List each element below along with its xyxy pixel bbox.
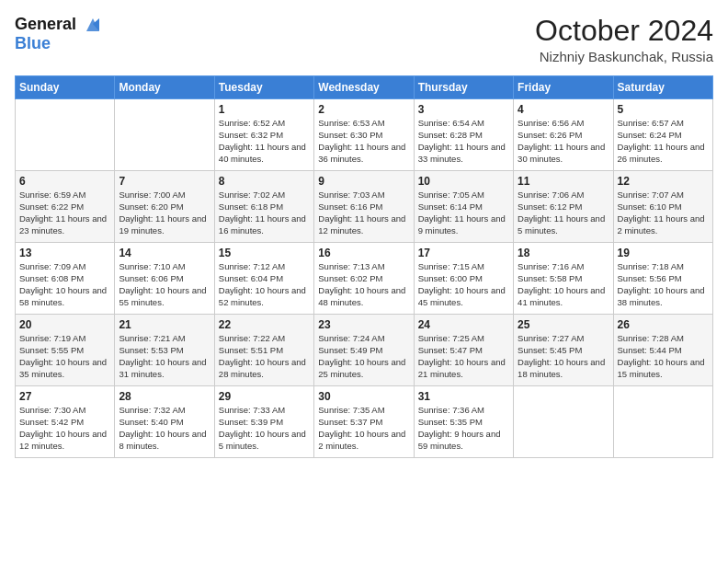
calendar-cell: 30Sunrise: 7:35 AM Sunset: 5:37 PM Dayli… [314, 386, 414, 458]
header-cell-sunday: Sunday [16, 76, 115, 99]
title-block: October 2024 Nizhniy Baskunchak, Russia [535, 15, 713, 64]
day-number: 11 [518, 175, 609, 188]
day-number: 24 [418, 318, 509, 331]
day-number: 14 [119, 247, 210, 259]
calendar-cell: 27Sunrise: 7:30 AM Sunset: 5:42 PM Dayli… [16, 386, 115, 458]
calendar-cell [514, 386, 613, 458]
day-number: 27 [19, 390, 110, 403]
day-number: 8 [219, 175, 310, 188]
cell-info: Sunrise: 7:15 AM Sunset: 6:00 PM Dayligh… [418, 261, 509, 308]
cell-info: Sunrise: 7:00 AM Sunset: 6:20 PM Dayligh… [119, 190, 210, 236]
day-number: 23 [318, 318, 409, 331]
day-number: 17 [418, 247, 509, 259]
calendar-cell: 23Sunrise: 7:24 AM Sunset: 5:49 PM Dayli… [314, 315, 414, 386]
calendar-cell: 16Sunrise: 7:13 AM Sunset: 6:02 PM Dayli… [314, 243, 414, 315]
day-number: 2 [318, 103, 409, 116]
cell-info: Sunrise: 7:07 AM Sunset: 6:10 PM Dayligh… [618, 190, 709, 236]
cell-info: Sunrise: 7:28 AM Sunset: 5:44 PM Dayligh… [618, 333, 709, 380]
cell-info: Sunrise: 6:56 AM Sunset: 6:26 PM Dayligh… [518, 118, 609, 165]
cell-info: Sunrise: 7:27 AM Sunset: 5:45 PM Dayligh… [518, 333, 609, 380]
cell-info: Sunrise: 7:10 AM Sunset: 6:06 PM Dayligh… [119, 261, 210, 308]
day-number: 5 [618, 103, 709, 116]
calendar-cell: 3Sunrise: 6:54 AM Sunset: 6:28 PM Daylig… [414, 99, 513, 171]
cell-info: Sunrise: 7:13 AM Sunset: 6:02 PM Dayligh… [318, 261, 409, 308]
day-number: 30 [318, 390, 409, 403]
calendar-cell: 17Sunrise: 7:15 AM Sunset: 6:00 PM Dayli… [414, 243, 513, 315]
month-title: October 2024 [535, 15, 713, 47]
day-number: 18 [518, 247, 609, 259]
calendar-cell: 12Sunrise: 7:07 AM Sunset: 6:10 PM Dayli… [613, 171, 712, 243]
cell-info: Sunrise: 7:21 AM Sunset: 5:53 PM Dayligh… [119, 333, 210, 380]
calendar-cell: 5Sunrise: 6:57 AM Sunset: 6:24 PM Daylig… [613, 99, 712, 171]
cell-info: Sunrise: 7:18 AM Sunset: 5:56 PM Dayligh… [618, 261, 709, 308]
day-number: 16 [318, 247, 409, 259]
cell-info: Sunrise: 7:32 AM Sunset: 5:40 PM Dayligh… [119, 405, 210, 452]
cell-info: Sunrise: 7:25 AM Sunset: 5:47 PM Dayligh… [418, 333, 509, 380]
calendar-cell: 1Sunrise: 6:52 AM Sunset: 6:32 PM Daylig… [214, 99, 313, 171]
calendar-cell: 18Sunrise: 7:16 AM Sunset: 5:58 PM Dayli… [514, 243, 613, 315]
day-number: 19 [618, 247, 709, 259]
cell-info: Sunrise: 7:02 AM Sunset: 6:18 PM Dayligh… [219, 190, 310, 236]
calendar-cell: 14Sunrise: 7:10 AM Sunset: 6:06 PM Dayli… [115, 243, 214, 315]
calendar-table: SundayMondayTuesdayWednesdayThursdayFrid… [15, 75, 713, 458]
calendar-row: 13Sunrise: 7:09 AM Sunset: 6:08 PM Dayli… [16, 243, 713, 315]
calendar-cell: 26Sunrise: 7:28 AM Sunset: 5:44 PM Dayli… [613, 315, 712, 386]
cell-info: Sunrise: 7:05 AM Sunset: 6:14 PM Dayligh… [418, 190, 509, 236]
cell-info: Sunrise: 7:30 AM Sunset: 5:42 PM Dayligh… [19, 405, 110, 452]
day-number: 20 [19, 318, 110, 331]
calendar-cell: 10Sunrise: 7:05 AM Sunset: 6:14 PM Dayli… [414, 171, 513, 243]
day-number: 15 [219, 247, 310, 259]
header-cell-thursday: Thursday [414, 76, 513, 99]
calendar-row: 27Sunrise: 7:30 AM Sunset: 5:42 PM Dayli… [16, 386, 713, 458]
logo: General Blue [15, 15, 103, 53]
day-number: 26 [618, 318, 709, 331]
calendar-cell [613, 386, 712, 458]
calendar-row: 1Sunrise: 6:52 AM Sunset: 6:32 PM Daylig… [16, 99, 713, 171]
day-number: 12 [618, 175, 709, 188]
cell-info: Sunrise: 7:24 AM Sunset: 5:49 PM Dayligh… [318, 333, 409, 380]
location-title: Nizhniy Baskunchak, Russia [535, 49, 713, 64]
header-cell-saturday: Saturday [613, 76, 712, 99]
day-number: 4 [518, 103, 609, 116]
logo-text: General [15, 15, 103, 35]
day-number: 25 [518, 318, 609, 331]
day-number: 7 [119, 175, 210, 188]
calendar-cell: 25Sunrise: 7:27 AM Sunset: 5:45 PM Dayli… [514, 315, 613, 386]
cell-info: Sunrise: 7:33 AM Sunset: 5:39 PM Dayligh… [219, 405, 310, 452]
calendar-cell: 31Sunrise: 7:36 AM Sunset: 5:35 PM Dayli… [414, 386, 513, 458]
calendar-body: 1Sunrise: 6:52 AM Sunset: 6:32 PM Daylig… [16, 99, 713, 458]
calendar-row: 6Sunrise: 6:59 AM Sunset: 6:22 PM Daylig… [16, 171, 713, 243]
calendar-cell: 21Sunrise: 7:21 AM Sunset: 5:53 PM Dayli… [115, 315, 214, 386]
day-number: 9 [318, 175, 409, 188]
calendar-cell: 2Sunrise: 6:53 AM Sunset: 6:30 PM Daylig… [314, 99, 414, 171]
day-number: 13 [19, 247, 110, 259]
cell-info: Sunrise: 6:54 AM Sunset: 6:28 PM Dayligh… [418, 118, 509, 165]
calendar-cell: 9Sunrise: 7:03 AM Sunset: 6:16 PM Daylig… [314, 171, 414, 243]
calendar-row: 20Sunrise: 7:19 AM Sunset: 5:55 PM Dayli… [16, 315, 713, 386]
day-number: 29 [219, 390, 310, 403]
cell-info: Sunrise: 7:36 AM Sunset: 5:35 PM Dayligh… [418, 405, 509, 452]
cell-info: Sunrise: 6:59 AM Sunset: 6:22 PM Dayligh… [19, 190, 110, 236]
day-number: 31 [418, 390, 509, 403]
cell-info: Sunrise: 7:06 AM Sunset: 6:12 PM Dayligh… [518, 190, 609, 236]
calendar-cell: 15Sunrise: 7:12 AM Sunset: 6:04 PM Dayli… [214, 243, 313, 315]
header: General Blue October 2024 Nizhniy Baskun… [15, 15, 713, 64]
header-cell-wednesday: Wednesday [314, 76, 414, 99]
day-number: 6 [19, 175, 110, 188]
day-number: 22 [219, 318, 310, 331]
cell-info: Sunrise: 7:16 AM Sunset: 5:58 PM Dayligh… [518, 261, 609, 308]
calendar-cell: 7Sunrise: 7:00 AM Sunset: 6:20 PM Daylig… [115, 171, 214, 243]
day-number: 21 [119, 318, 210, 331]
calendar-cell: 6Sunrise: 6:59 AM Sunset: 6:22 PM Daylig… [16, 171, 115, 243]
day-number: 28 [119, 390, 210, 403]
calendar-cell: 4Sunrise: 6:56 AM Sunset: 6:26 PM Daylig… [514, 99, 613, 171]
calendar-cell [16, 99, 115, 171]
day-number: 3 [418, 103, 509, 116]
calendar-cell: 29Sunrise: 7:33 AM Sunset: 5:39 PM Dayli… [214, 386, 313, 458]
cell-info: Sunrise: 6:53 AM Sunset: 6:30 PM Dayligh… [318, 118, 409, 165]
day-number: 10 [418, 175, 509, 188]
cell-info: Sunrise: 7:35 AM Sunset: 5:37 PM Dayligh… [318, 405, 409, 452]
calendar-cell: 19Sunrise: 7:18 AM Sunset: 5:56 PM Dayli… [613, 243, 712, 315]
cell-info: Sunrise: 6:57 AM Sunset: 6:24 PM Dayligh… [618, 118, 709, 165]
calendar-cell: 22Sunrise: 7:22 AM Sunset: 5:51 PM Dayli… [214, 315, 313, 386]
